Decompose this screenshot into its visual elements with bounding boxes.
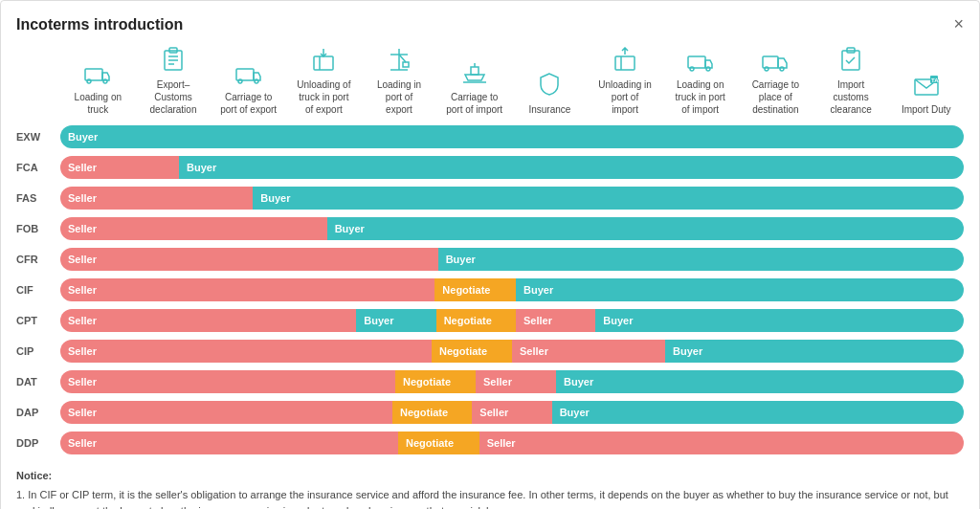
header-col-2: Carriage toport of export [211,63,286,116]
header-icon-8 [687,51,714,76]
header-icon-3 [312,47,335,76]
seg-dat-2: Seller [476,370,556,393]
seg-dap-2: Seller [472,401,551,424]
row-bar-ddp: SellerNegotiateSeller [60,432,964,454]
modal: Incoterms introduction × Loading ontruck… [0,0,980,509]
seg-cpt-1: Buyer [356,309,435,332]
header-icon-4 [387,47,412,76]
inco-row-fob: FOBSellerBuyer [16,215,964,242]
svg-point-10 [255,79,258,83]
row-label-fob: FOB [16,223,60,234]
notice-title: Notice: [16,468,964,485]
row-bar-dat: SellerNegotiateSellerBuyer [60,370,964,393]
row-label-fas: FAS [16,192,60,204]
header-col-5: Carriage toport of import [436,61,512,116]
svg-point-1 [87,79,91,83]
header-icon-5 [461,61,488,88]
svg-rect-0 [85,69,102,80]
header-label-6: Insurance [528,103,570,116]
header-icon-10 [840,47,861,76]
incoterms-table: EXWBuyerFCASellerBuyerFASSellerBuyerFOBS… [16,123,964,456]
seg-fca-1: Buyer [179,156,964,179]
header-col-4: Loading inport ofexport [362,47,437,116]
row-bar-cpt: SellerBuyerNegotiateSellerBuyer [60,309,964,332]
svg-rect-11 [314,56,333,70]
seg-cip-3: Buyer [665,340,964,363]
header-label-4: Loading inport ofexport [377,78,421,116]
svg-rect-26 [763,56,778,68]
inco-row-cfr: CFRSellerBuyer [16,246,964,273]
seg-fas-0: Seller [60,187,253,210]
seg-dap-0: Seller [60,401,392,424]
svg-rect-21 [615,56,635,70]
seg-cip-2: Seller [512,340,665,363]
row-bar-cfr: SellerBuyer [60,248,964,271]
row-bar-cip: SellerNegotiateSellerBuyer [60,340,964,363]
header-col-3: Unloading oftruck in portof export [286,47,362,116]
row-label-cfr: CFR [16,254,60,265]
header-icon-9 [762,51,789,76]
seg-cif-1: Negotiate [434,278,516,301]
inco-row-cpt: CPTSellerBuyerNegotiateSellerBuyer [16,307,964,334]
row-bar-fas: SellerBuyer [60,187,964,210]
seg-dap-1: Negotiate [392,401,472,424]
seg-cpt-2: Negotiate [436,309,516,332]
svg-line-15 [399,55,406,62]
row-bar-cif: SellerNegotiateBuyer [60,278,964,301]
svg-text:TAX: TAX [931,77,939,83]
seg-cip-0: Seller [60,340,432,363]
close-button[interactable]: × [953,14,964,34]
row-label-cif: CIF [16,284,60,296]
inco-row-fas: FASSellerBuyer [16,185,964,211]
row-label-cip: CIP [16,345,60,357]
inco-row-cif: CIFSellerNegotiateBuyer [16,277,964,303]
seg-dat-1: Negotiate [395,370,476,393]
seg-fas-1: Buyer [253,187,964,210]
modal-title: Incoterms introduction [16,16,964,33]
header-label-7: Unloading inport ofimport [598,78,652,116]
header-label-2: Carriage toport of export [220,91,277,116]
header-label-5: Carriage toport of import [446,91,502,116]
header-label-1: Export–Customsdeclaration [150,78,197,116]
header-col-9: Carriage toplace ofdestination [738,51,813,116]
seg-ddp-1: Negotiate [398,432,479,454]
inco-row-cip: CIPSellerNegotiateSellerBuyer [16,338,964,365]
seg-ddp-2: Seller [479,432,964,454]
header-icon-7 [613,47,636,76]
seg-dap-4 [812,401,964,424]
inco-row-dap: DAPSellerNegotiateSellerBuyer [16,399,964,426]
header-col-11: TAX Import Duty [888,76,964,116]
seg-cpt-4: Buyer [595,309,964,332]
seg-cpt-3: Seller [516,309,595,332]
header-icon-1 [163,47,184,76]
row-label-fca: FCA [16,162,60,173]
seg-dat-3: Buyer [556,370,964,393]
header-label-10: Importcustomsclearance [830,78,871,116]
column-headers: Loading ontruck Export–Customsdeclaratio… [60,47,964,116]
svg-rect-16 [403,62,409,67]
seg-fob-1: Buyer [327,217,964,240]
seg-cif-0: Seller [60,278,434,301]
header-col-6: Insurance [512,72,588,116]
row-bar-exw: Buyer [60,125,964,148]
svg-rect-23 [688,56,705,68]
seg-cpt-0: Seller [60,309,356,332]
inco-row-dat: DATSellerNegotiateSellerBuyer [16,368,964,395]
header-icon-2 [235,63,262,88]
seg-exw-0: Buyer [60,125,964,148]
header-label-9: Carriage toplace ofdestination [752,78,799,116]
svg-point-24 [690,67,694,71]
row-bar-fob: SellerBuyer [60,217,964,240]
svg-rect-18 [471,67,479,75]
row-bar-dap: SellerNegotiateSellerBuyer [60,401,964,424]
svg-point-28 [780,67,784,71]
svg-point-9 [238,79,242,83]
header-icon-0 [84,63,111,88]
svg-point-2 [103,79,107,83]
row-label-exw: EXW [16,131,60,143]
seg-cfr-0: Seller [60,248,438,271]
inco-row-fca: FCASellerBuyer [16,154,964,181]
seg-cfr-1: Buyer [438,248,964,271]
header-col-1: Export–Customsdeclaration [136,47,212,116]
header-icon-11: TAX [914,76,939,100]
